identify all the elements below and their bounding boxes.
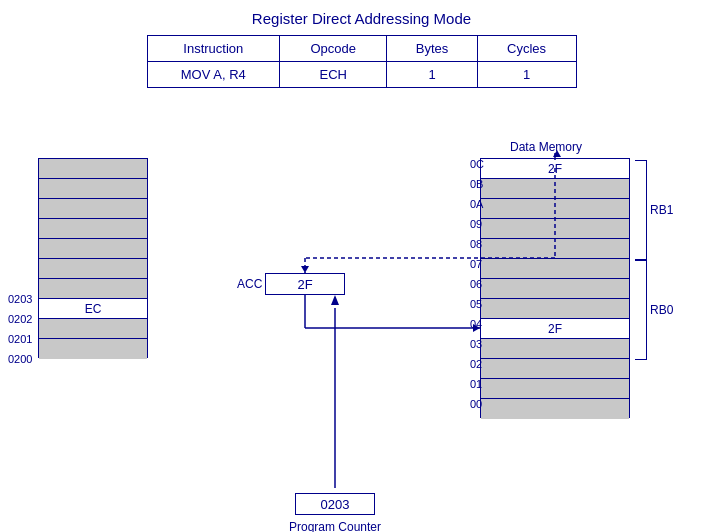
rb0-bracket [635,260,647,360]
acc-value: 2F [297,277,312,292]
svg-marker-8 [331,295,339,305]
rb1-label: RB1 [650,203,673,217]
col-opcode: Opcode [280,36,387,62]
dm-val-0c: 2F [548,162,562,176]
acc-label: ACC [237,277,262,291]
col-bytes: Bytes [387,36,477,62]
svg-marker-3 [301,266,309,273]
dm-addr-00: 00 [470,398,482,410]
prog-addr-0200: 0200 [8,353,32,365]
cell-instruction: MOV A, R4 [147,62,280,88]
dm-addr-01: 01 [470,378,482,390]
dm-addr-06: 06 [470,278,482,290]
dm-addr-02: 02 [470,358,482,370]
diagram: EC 0203 0202 0201 0200 2F ACC Data Memor… [0,98,723,488]
pc-label: Program Counter [281,520,389,532]
dm-addr-0c: 0C [470,158,484,170]
col-cycles: Cycles [477,36,576,62]
rb1-bracket [635,160,647,260]
data-memory-title: Data Memory [510,140,582,154]
program-memory: EC [38,158,148,358]
col-instruction: Instruction [147,36,280,62]
page-title: Register Direct Addressing Mode [0,0,723,35]
dm-addr-07: 07 [470,258,482,270]
prog-addr-0202: 0202 [8,313,32,325]
dm-addr-0a: 0A [470,198,483,210]
cell-bytes: 1 [387,62,477,88]
rb0-label: RB0 [650,303,673,317]
prog-addr-0201: 0201 [8,333,32,345]
cell-cycles: 1 [477,62,576,88]
acc-box: 2F [265,273,345,295]
instruction-table: Instruction Opcode Bytes Cycles MOV A, R… [147,35,577,88]
dm-val-04: 2F [548,322,562,336]
data-memory-arrow-up [553,150,561,157]
dm-addr-05: 05 [470,298,482,310]
dm-addr-08: 08 [470,238,482,250]
dm-addr-09: 09 [470,218,482,230]
pc-box: 0203 [295,493,375,515]
dm-addr-04: 04 [470,318,482,330]
cell-opcode: ECH [280,62,387,88]
pc-value: 0203 [321,497,350,512]
data-memory: 2F 2F [480,158,630,418]
prog-addr-0203: 0203 [8,293,32,305]
dm-addr-0b: 0B [470,178,483,190]
dm-addr-03: 03 [470,338,482,350]
prog-mem-ec: EC [85,302,102,316]
